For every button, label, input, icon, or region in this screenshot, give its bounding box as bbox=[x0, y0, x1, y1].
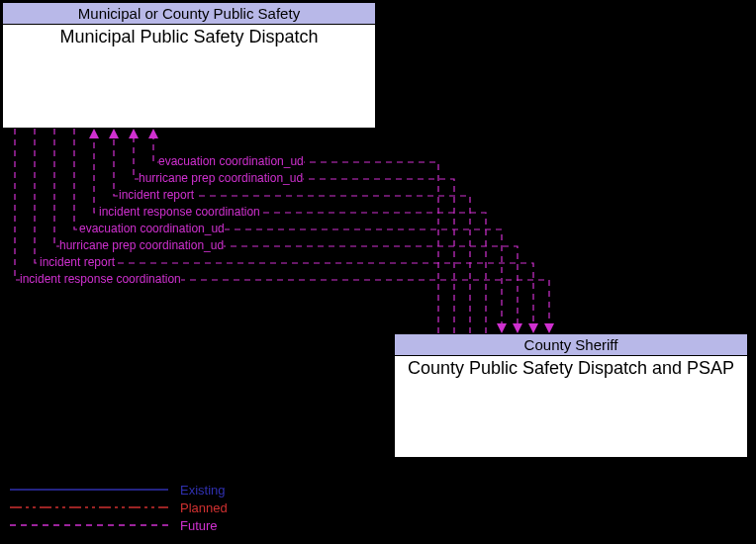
box-county-header: County Sheriff bbox=[395, 334, 747, 356]
legend-row-future: Future bbox=[10, 516, 746, 534]
legend: Existing Planned Future bbox=[0, 473, 756, 544]
flow-label-5: hurricane prep coordination_ud bbox=[59, 238, 224, 252]
flow-label-4: evacuation coordination_ud bbox=[79, 222, 225, 235]
legend-swatch-planned bbox=[10, 500, 168, 514]
legend-label-planned: Planned bbox=[180, 500, 228, 515]
svg-marker-7 bbox=[544, 323, 554, 333]
box-county-title: County Public Safety Dispatch and PSAP bbox=[395, 356, 747, 381]
box-municipal-title: Municipal Public Safety Dispatch bbox=[3, 25, 375, 49]
svg-marker-4 bbox=[497, 323, 507, 333]
svg-marker-1 bbox=[129, 129, 139, 138]
svg-marker-0 bbox=[148, 129, 158, 138]
svg-marker-6 bbox=[528, 323, 538, 333]
legend-label-existing: Existing bbox=[180, 483, 226, 498]
legend-swatch-existing bbox=[10, 483, 168, 497]
legend-swatch-future bbox=[10, 518, 168, 532]
legend-row-planned: Planned bbox=[10, 499, 746, 516]
box-county: County Sheriff County Public Safety Disp… bbox=[394, 333, 748, 458]
flow-label-3: incident response coordination bbox=[99, 205, 260, 219]
svg-marker-3 bbox=[89, 129, 99, 138]
box-municipal-header: Municipal or County Public Safety bbox=[3, 3, 375, 25]
svg-marker-2 bbox=[109, 129, 119, 138]
flow-label-6: incident report bbox=[40, 255, 115, 269]
svg-marker-5 bbox=[513, 323, 522, 333]
flow-label-0: evacuation coordination_ud bbox=[158, 154, 304, 168]
flow-label-2: incident report bbox=[119, 188, 194, 202]
box-municipal: Municipal or County Public Safety Munici… bbox=[2, 2, 376, 129]
flow-label-1: hurricane prep coordination_ud bbox=[139, 171, 303, 185]
legend-row-existing: Existing bbox=[10, 481, 746, 499]
flow-label-7: incident response coordination bbox=[20, 272, 181, 286]
legend-label-future: Future bbox=[180, 518, 218, 533]
